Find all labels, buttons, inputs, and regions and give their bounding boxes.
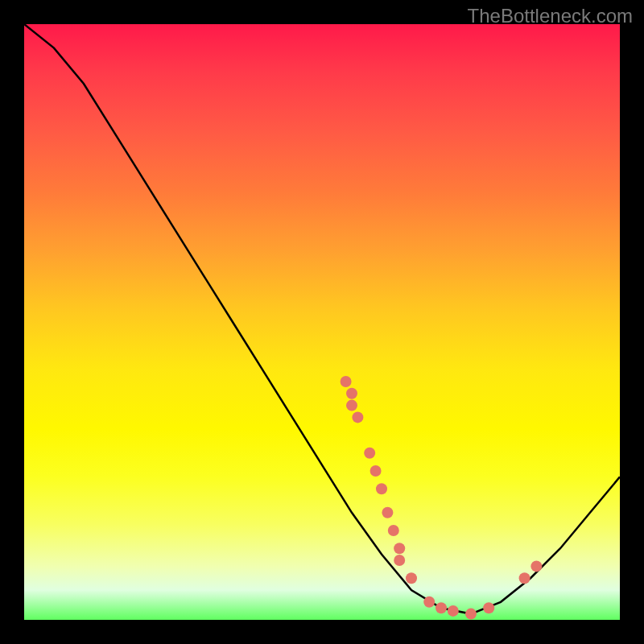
bottleneck-curve <box>24 24 620 614</box>
data-point <box>382 507 393 518</box>
data-point <box>530 560 542 572</box>
chart-container: TheBottleneck.com <box>0 0 644 644</box>
data-point <box>394 543 405 554</box>
data-point <box>423 597 435 608</box>
watermark-text: TheBottleneck.com <box>468 5 633 27</box>
chart-svg <box>24 24 620 620</box>
data-point <box>483 602 494 613</box>
data-point <box>376 483 387 494</box>
data-point <box>519 572 530 584</box>
data-point <box>346 388 357 399</box>
marker-points <box>341 376 543 620</box>
data-point <box>388 525 399 536</box>
data-point <box>341 376 352 387</box>
data-point <box>436 602 447 613</box>
data-point <box>352 411 363 423</box>
data-point <box>346 400 357 411</box>
data-point <box>370 465 382 477</box>
data-point <box>364 448 375 459</box>
data-point <box>465 609 477 620</box>
data-point <box>448 605 459 617</box>
plot-area <box>24 24 620 620</box>
data-point <box>394 555 405 566</box>
data-point <box>406 572 417 584</box>
